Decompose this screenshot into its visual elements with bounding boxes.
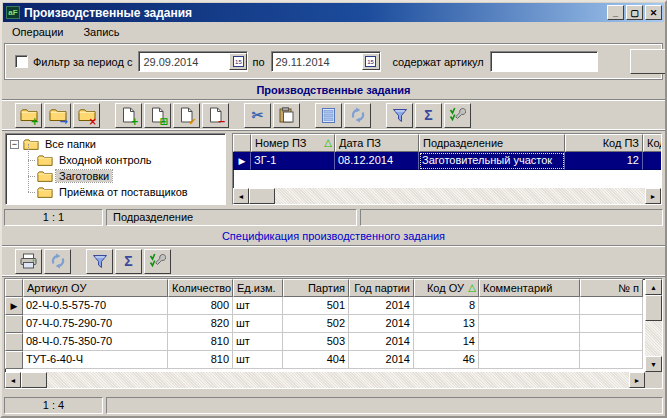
- record-delete-button[interactable]: −: [202, 103, 229, 128]
- cell[interactable]: [643, 152, 662, 170]
- scroll-up-icon[interactable]: ▲: [645, 279, 662, 295]
- folders-tree[interactable]: −Все папкиВходной контрольЗаготовкиПриём…: [5, 133, 226, 205]
- folder-move-button[interactable]: →: [44, 103, 71, 128]
- tasks-grid-hscrollbar[interactable]: ◄ ►: [233, 188, 661, 204]
- paste-button[interactable]: [273, 103, 300, 128]
- scrollbar-thumb[interactable]: [21, 372, 47, 388]
- cell[interactable]: 810: [168, 351, 233, 369]
- column-header[interactable]: Код ОУ△: [414, 279, 479, 297]
- column-header[interactable]: Артикул ОУ: [23, 279, 168, 297]
- scroll-right-icon[interactable]: ►: [629, 372, 645, 388]
- cell[interactable]: [479, 315, 580, 333]
- folder-delete-button[interactable]: ×: [73, 103, 100, 128]
- close-button[interactable]: ✕: [645, 5, 662, 20]
- cell[interactable]: [479, 351, 580, 369]
- cell[interactable]: 13: [414, 315, 479, 333]
- table-row[interactable]: ▶ЗГ-108.12.2014Заготовительный участок12: [233, 152, 661, 170]
- cell[interactable]: 12: [565, 152, 643, 170]
- cell[interactable]: шт: [233, 315, 283, 333]
- filter-button[interactable]: [386, 103, 413, 128]
- cell[interactable]: 46: [414, 351, 479, 369]
- cell[interactable]: 02-Ч-0.5-575-70: [23, 297, 168, 315]
- column-header[interactable]: Номер ПЗ△: [251, 134, 335, 152]
- cell[interactable]: [580, 315, 643, 333]
- cell[interactable]: 14: [414, 333, 479, 351]
- tree-item[interactable]: Входной контроль: [6, 152, 225, 168]
- cut-button[interactable]: ✂: [244, 103, 271, 128]
- sum-button[interactable]: Σ: [115, 249, 142, 274]
- filter-button[interactable]: [86, 249, 113, 274]
- cell[interactable]: [580, 351, 643, 369]
- cell[interactable]: [479, 297, 580, 315]
- cell[interactable]: 8: [414, 297, 479, 315]
- scrollbar-thumb[interactable]: [645, 295, 662, 321]
- table-row[interactable]: ▶02-Ч-0.5-575-70800шт50120148: [5, 297, 662, 315]
- tree-item[interactable]: Заготовки: [6, 168, 225, 184]
- record-add-button[interactable]: +: [115, 103, 142, 128]
- table-row[interactable]: ТУТ-6-40-Ч810шт404201446: [5, 351, 662, 369]
- column-header[interactable]: Подразделение: [419, 134, 565, 152]
- column-header[interactable]: Код ПЗ: [565, 134, 643, 152]
- date-to-field[interactable]: 29.11.2014 15: [271, 51, 381, 72]
- menu-operations[interactable]: Операции: [10, 24, 71, 41]
- refresh-button[interactable]: [344, 103, 371, 128]
- filter-period-checkbox[interactable]: [15, 55, 28, 68]
- cell[interactable]: 2014: [349, 333, 414, 351]
- maximize-button[interactable]: ▢: [626, 5, 643, 20]
- minimize-button[interactable]: _: [607, 5, 624, 20]
- spec-grid-hscrollbar[interactable]: ◄ ►: [5, 372, 645, 388]
- column-header[interactable]: Год партии: [349, 279, 414, 297]
- column-header[interactable]: Партия: [283, 279, 349, 297]
- scroll-right-icon[interactable]: ►: [645, 188, 661, 204]
- sum-button[interactable]: Σ: [415, 103, 442, 128]
- cell[interactable]: 800: [168, 297, 233, 315]
- folder-add-button[interactable]: +: [15, 103, 42, 128]
- spec-grid-vscrollbar[interactable]: ▲ ▼: [645, 279, 662, 372]
- column-header[interactable]: Комментарий: [479, 279, 580, 297]
- cell[interactable]: [580, 297, 643, 315]
- tree-collapse-icon[interactable]: −: [10, 140, 19, 149]
- record-edit-button[interactable]: ✔: [173, 103, 200, 128]
- cell[interactable]: 503: [283, 333, 349, 351]
- article-filter-input[interactable]: [490, 51, 598, 72]
- cell[interactable]: 07-Ч-0.75-290-70: [23, 315, 168, 333]
- column-header[interactable]: Код п: [643, 134, 662, 152]
- settings-button[interactable]: [444, 103, 471, 128]
- table-row[interactable]: 08-Ч-0.75-350-70810шт503201414: [5, 333, 662, 351]
- title-bar[interactable]: aF Производственные задания _ ▢ ✕: [3, 3, 664, 22]
- list-button[interactable]: [315, 103, 342, 128]
- spec-grid[interactable]: Артикул ОУКоличествоЕд.изм.ПартияГод пар…: [5, 279, 662, 369]
- cell[interactable]: [479, 333, 580, 351]
- scroll-left-icon[interactable]: ◄: [233, 188, 249, 204]
- cell[interactable]: Заготовительный участок: [419, 152, 565, 170]
- print-button[interactable]: [15, 249, 42, 274]
- table-row[interactable]: 07-Ч-0.75-290-70820шт502201413: [5, 315, 662, 333]
- menu-record[interactable]: Запись: [81, 24, 127, 41]
- refresh-button[interactable]: [44, 249, 71, 274]
- cell[interactable]: шт: [233, 351, 283, 369]
- cell[interactable]: 501: [283, 297, 349, 315]
- tree-root-item[interactable]: −Все папки: [6, 136, 225, 152]
- cell[interactable]: 810: [168, 333, 233, 351]
- date-from-field[interactable]: 29.09.2014 15: [138, 51, 248, 72]
- column-header[interactable]: Количество: [168, 279, 233, 297]
- scroll-down-icon[interactable]: ▼: [645, 356, 662, 372]
- tasks-grid[interactable]: Номер ПЗ△Дата ПЗПодразделениеКод ПЗКод п…: [233, 134, 661, 170]
- cell[interactable]: 404: [283, 351, 349, 369]
- cell[interactable]: 2014: [349, 351, 414, 369]
- cell[interactable]: шт: [233, 297, 283, 315]
- settings-button[interactable]: [144, 249, 171, 274]
- cell[interactable]: ЗГ-1: [251, 152, 335, 170]
- column-header[interactable]: Ед.изм.: [233, 279, 283, 297]
- column-header[interactable]: Дата ПЗ: [335, 134, 419, 152]
- date-from-calendar-button[interactable]: 15: [229, 53, 247, 70]
- cell[interactable]: 502: [283, 315, 349, 333]
- scrollbar-thumb[interactable]: [249, 188, 275, 204]
- date-to-calendar-button[interactable]: 15: [362, 53, 380, 70]
- cell[interactable]: 2014: [349, 315, 414, 333]
- cell[interactable]: 08.12.2014: [335, 152, 419, 170]
- cell[interactable]: 08-Ч-0.75-350-70: [23, 333, 168, 351]
- edge-button[interactable]: [630, 49, 667, 74]
- column-header[interactable]: № п: [580, 279, 643, 297]
- cell[interactable]: шт: [233, 333, 283, 351]
